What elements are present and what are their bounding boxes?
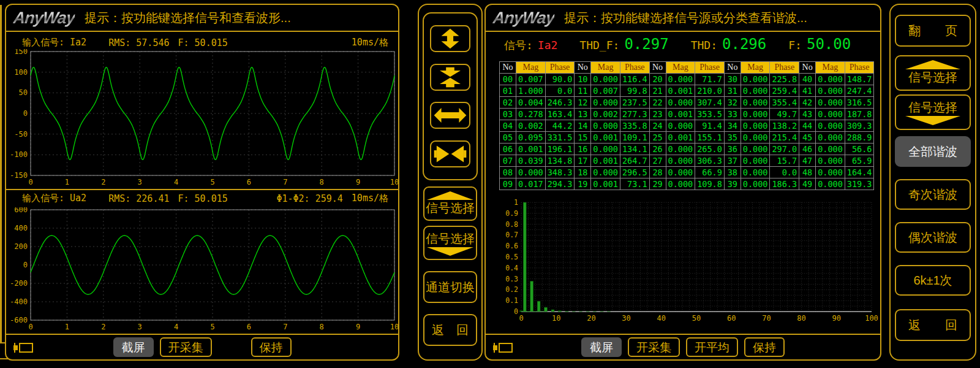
all-harmonics-button[interactable]: 全部谐波 — [895, 136, 971, 167]
harmonic-phase: 246.3 — [545, 97, 575, 109]
harmonic-bar — [530, 282, 533, 312]
harmonic-mag: 0.002 — [516, 120, 546, 132]
harmonic-mag: 0.000 — [666, 178, 695, 190]
start-capture-button[interactable]: 开采集 — [160, 337, 212, 357]
svg-text:400: 400 — [14, 224, 28, 232]
svg-text:10: 10 — [552, 314, 560, 323]
svg-text:70: 70 — [762, 314, 771, 323]
channel-switch-button[interactable]: 通道切换 — [423, 271, 477, 303]
scope2-timebase: 10ms/格 — [352, 193, 388, 204]
compress-vertical-icon — [433, 67, 467, 88]
harmonic-phase: 355.4 — [770, 97, 799, 109]
svg-text:80: 80 — [797, 314, 805, 323]
svg-text:90: 90 — [832, 314, 841, 323]
harmonic-no: 03 — [500, 109, 516, 120]
signal-value: Ia2 — [538, 39, 558, 52]
harmonic-no: 45 — [799, 132, 816, 144]
scope-separator — [6, 189, 398, 190]
compress-vertical-button[interactable] — [430, 64, 470, 91]
signal-select-down-button-right[interactable]: 信号选择 — [895, 94, 971, 130]
harmonic-phase: 307.4 — [695, 97, 725, 109]
hold-button-right[interactable]: 保持 — [744, 337, 785, 357]
battery-icon — [12, 340, 34, 355]
svg-text:1: 1 — [65, 178, 69, 186]
harmonic-row: 000.00790.0100.000116.4200.00071.7300.00… — [500, 74, 874, 85]
harmonic-mag: 0.004 — [516, 97, 546, 109]
page-turn-button[interactable]: 翻 页 — [895, 15, 971, 47]
harmonic-phase: 316.5 — [845, 97, 874, 109]
signal-select-down-button[interactable]: 信号选择 — [423, 226, 477, 260]
harmonic-no: 10 — [575, 74, 591, 85]
svg-text:0.4: 0.4 — [505, 264, 518, 272]
triangle-down-icon — [905, 116, 960, 125]
compress-horizontal-button[interactable] — [430, 140, 470, 167]
svg-text:0: 0 — [514, 307, 518, 316]
harmonic-mag: 0.017 — [516, 178, 546, 190]
svg-text:100: 100 — [14, 68, 28, 77]
harmonic-bar — [537, 301, 540, 312]
even-harmonics-button[interactable]: 偶次谐波 — [895, 222, 971, 253]
right-button-column: 翻 页 信号选择 信号选择 全部谐波 奇次谐波 偶次谐波 6k±1次 返 回 — [889, 4, 976, 361]
harmonic-no: 29 — [649, 178, 666, 190]
harmonic-no: 22 — [649, 97, 666, 109]
svg-text:5: 5 — [210, 178, 214, 186]
harmonic-phase: 331.5 — [545, 132, 575, 144]
table-header-phase: Phase — [770, 62, 799, 74]
harmonic-no: 49 — [799, 178, 816, 190]
svg-text:0.9: 0.9 — [505, 209, 518, 218]
expand-vertical-button[interactable] — [430, 25, 470, 52]
expand-horizontal-button[interactable] — [430, 102, 470, 129]
svg-text:0.1: 0.1 — [505, 296, 518, 305]
harmonic-no: 40 — [799, 74, 816, 85]
harmonic-row: 030.278163.4130.002277.3230.001353.5330.… — [500, 109, 874, 120]
harmonic-phase: 66.9 — [695, 167, 725, 178]
scope1-freq-value: F: 50.015 — [178, 37, 228, 48]
harmonic-no: 31 — [724, 85, 741, 97]
harmonic-phase: 294.3 — [545, 178, 575, 190]
svg-text:600: 600 — [14, 207, 28, 214]
scope1-header: 输入信号: Ia2 RMS: 57.546 F: 50.015 10ms/格 — [22, 37, 388, 48]
harmonic-mag: 0.001 — [591, 178, 620, 190]
harmonic-no: 01 — [500, 85, 516, 97]
back-button-left[interactable]: 返 回 — [423, 314, 477, 346]
harmonic-no: 35 — [724, 132, 741, 144]
harmonic-no: 25 — [649, 132, 666, 144]
harmonic-phase: 109.1 — [620, 132, 649, 144]
start-capture-button-right[interactable]: 开采集 — [628, 337, 680, 357]
harmonic-phase: 196.1 — [545, 144, 575, 155]
screenshot-button-right[interactable]: 截屏 — [581, 337, 622, 357]
harmonic-mag: 0.001 — [591, 132, 620, 144]
hold-button[interactable]: 保持 — [251, 337, 292, 357]
left-footer-buttons: 截屏 开采集 保持 — [113, 337, 292, 357]
table-header-phase: Phase — [845, 62, 874, 74]
signal-select-up-button[interactable]: 信号选择 — [423, 186, 477, 221]
harmonic-mag: 0.095 — [516, 132, 546, 144]
signal-select-down-label-right: 信号选择 — [908, 99, 957, 116]
harmonic-row: 050.095331.5150.001109.1250.001155.1350.… — [500, 132, 874, 144]
harmonic-phase: 116.4 — [620, 74, 649, 85]
svg-text:8: 8 — [320, 323, 324, 331]
signal-select-up-button-right[interactable]: 信号选择 — [895, 55, 971, 91]
signal-select-up-label: 信号选择 — [426, 200, 475, 217]
harmonic-phase: 225.8 — [770, 74, 799, 85]
table-header-mag: Mag — [666, 62, 695, 74]
scope1-signal-label: 输入信号: Ia2 — [22, 37, 86, 48]
svg-text:30: 30 — [622, 314, 630, 323]
harmonic-row: 080.000348.3180.000296.5280.00066.9380.0… — [500, 167, 874, 178]
harmonic-mag: 0.001 — [516, 144, 546, 155]
harmonic-no: 38 — [724, 167, 741, 178]
harmonic-no: 27 — [649, 155, 666, 167]
svg-text:3: 3 — [138, 323, 142, 331]
6k-plus-minus-1-button[interactable]: 6k±1次 — [895, 265, 971, 296]
harmonic-phase: 237.5 — [620, 97, 649, 109]
harmonic-phase: 215.4 — [770, 132, 799, 144]
harmonic-phase: 138.2 — [770, 120, 799, 132]
odd-harmonics-button[interactable]: 奇次谐波 — [895, 179, 971, 210]
svg-text:0.2: 0.2 — [505, 285, 518, 294]
svg-text:6: 6 — [247, 178, 251, 186]
harmonic-mag: 0.000 — [741, 167, 770, 178]
screenshot-button[interactable]: 截屏 — [113, 337, 154, 357]
start-average-button[interactable]: 开平均 — [686, 337, 738, 357]
harmonic-phase: 348.3 — [545, 167, 575, 178]
back-button-right[interactable]: 返 回 — [895, 309, 971, 341]
